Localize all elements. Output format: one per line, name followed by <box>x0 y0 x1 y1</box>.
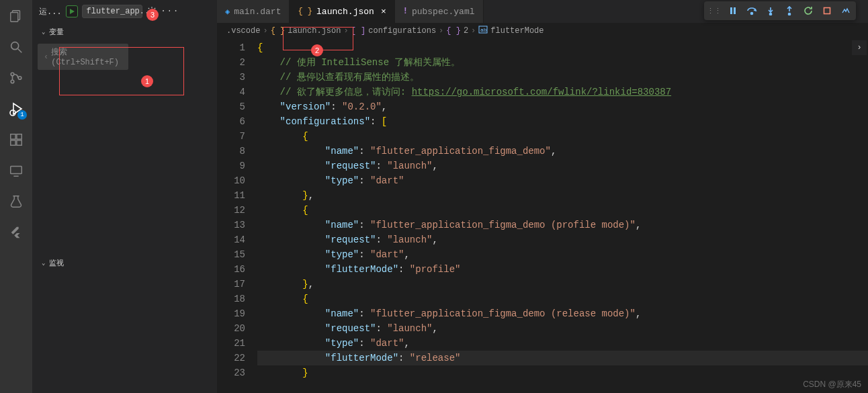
step-out-button[interactable] <box>783 5 795 17</box>
svg-marker-17 <box>70 9 75 14</box>
chevron-down-icon: ⌄ <box>42 259 45 267</box>
tab-label: main.dart <box>234 7 281 17</box>
tab-launch-json[interactable]: { } launch.json × <box>290 0 394 23</box>
svg-rect-12 <box>11 140 15 145</box>
annotation-badge-3: 3 <box>146 9 159 21</box>
tab-main-dart[interactable]: ◈ main.dart <box>217 0 290 23</box>
pause-button[interactable] <box>727 5 739 17</box>
activity-run-debug-icon[interactable]: 1 <box>7 99 26 118</box>
object-icon: { } <box>446 26 461 36</box>
string-icon: ab <box>478 26 488 36</box>
activity-bar: 1 <box>0 0 32 393</box>
activity-search-icon[interactable] <box>7 38 26 56</box>
activity-source-control-icon[interactable] <box>7 69 26 87</box>
svg-line-3 <box>18 49 22 53</box>
step-into-button[interactable] <box>765 5 777 17</box>
breadcrumb-symbol[interactable]: [ ] configurations <box>351 26 436 36</box>
grip-icon[interactable]: ⋮⋮ <box>708 5 720 17</box>
restart-button[interactable] <box>802 5 814 17</box>
svg-point-25 <box>789 13 791 15</box>
array-icon: [ ] <box>351 26 366 36</box>
annotation-badge-1: 1 <box>141 75 153 87</box>
breadcrumb-file[interactable]: { } launch.json <box>271 26 341 36</box>
breadcrumb-symbol[interactable]: ab flutterMode <box>478 26 544 36</box>
svg-rect-11 <box>11 134 15 139</box>
chevron-left-icon: ‹ <box>44 52 48 62</box>
annotation-badge-2: 2 <box>311 44 323 56</box>
tab-label: launch.json <box>316 7 374 17</box>
debug-badge: 1 <box>17 110 27 120</box>
svg-point-23 <box>770 13 772 15</box>
run-header: 运... flutter_app... ··· <box>32 0 217 23</box>
run-title: 运... <box>39 6 62 17</box>
line-gutter: 1234567891011121314151617181920212223 <box>217 39 257 393</box>
activity-extensions-icon[interactable] <box>7 130 26 149</box>
devtools-button[interactable] <box>840 5 852 17</box>
launch-config-select[interactable]: flutter_app... <box>82 5 142 18</box>
svg-rect-15 <box>11 167 22 174</box>
json-file-icon: { } <box>271 26 286 36</box>
chevron-right-icon: › <box>263 26 267 36</box>
breadcrumbs[interactable]: .vscode › { } launch.json › [ ] configur… <box>217 23 868 39</box>
search-input[interactable]: ‹ 搜索 (Ctrl+Shift+F) <box>38 44 128 70</box>
activity-remote-icon[interactable] <box>7 161 26 180</box>
svg-point-5 <box>11 80 14 83</box>
chevron-right-icon: › <box>343 26 348 36</box>
svg-point-4 <box>11 73 14 76</box>
overflow-button[interactable]: › <box>852 40 867 55</box>
activity-flutter-icon[interactable] <box>7 223 26 242</box>
watch-label: 监视 <box>49 258 64 268</box>
close-icon[interactable]: × <box>381 7 386 17</box>
breadcrumb-folder[interactable]: .vscode <box>226 26 260 36</box>
svg-text:ab: ab <box>480 27 487 33</box>
watermark: CSDN @原来45 <box>803 379 861 390</box>
yaml-file-icon: ! <box>403 7 408 16</box>
chevron-down-icon: ⌄ <box>42 28 45 36</box>
start-debug-button[interactable] <box>66 5 78 17</box>
breadcrumb-symbol[interactable]: { } 2 <box>446 26 468 36</box>
more-icon[interactable]: ··· <box>161 7 180 16</box>
svg-rect-13 <box>17 140 21 145</box>
dart-file-icon: ◈ <box>225 7 230 17</box>
code-editor[interactable]: 1234567891011121314151617181920212223 { … <box>217 39 868 393</box>
json-file-icon: { } <box>298 7 312 16</box>
run-sidebar: 运... flutter_app... ··· ⌄ 变量 ‹ 搜索 (Ctrl+… <box>32 0 217 393</box>
svg-point-21 <box>751 13 753 15</box>
svg-rect-20 <box>734 7 736 14</box>
variables-label: 变量 <box>49 27 64 37</box>
chevron-right-icon: › <box>439 26 443 36</box>
activity-testing-icon[interactable] <box>7 192 26 211</box>
step-over-button[interactable] <box>746 5 758 17</box>
code-content[interactable]: { // 使用 IntelliSense 了解相关属性。 // 悬停以查看现有属… <box>257 39 868 393</box>
editor-area: ◈ main.dart { } launch.json × ! pubspec.… <box>217 0 868 393</box>
svg-rect-1 <box>11 13 18 22</box>
stop-button[interactable] <box>821 5 833 17</box>
debug-toolbar[interactable]: ⋮⋮ <box>704 1 856 20</box>
svg-point-2 <box>11 42 19 50</box>
activity-explorer-icon[interactable] <box>7 7 26 26</box>
tab-label: pubspec.yaml <box>412 7 475 17</box>
svg-rect-14 <box>17 134 21 139</box>
variables-section[interactable]: ⌄ 变量 <box>32 23 217 41</box>
search-placeholder: 搜索 (Ctrl+Shift+F) <box>51 46 122 67</box>
svg-rect-26 <box>824 8 830 14</box>
tab-pubspec-yaml[interactable]: ! pubspec.yaml <box>395 0 484 23</box>
chevron-right-icon: › <box>471 26 476 36</box>
watch-section[interactable]: ⌄ 监视 <box>32 254 217 272</box>
svg-rect-19 <box>730 7 732 14</box>
svg-point-6 <box>18 77 21 80</box>
